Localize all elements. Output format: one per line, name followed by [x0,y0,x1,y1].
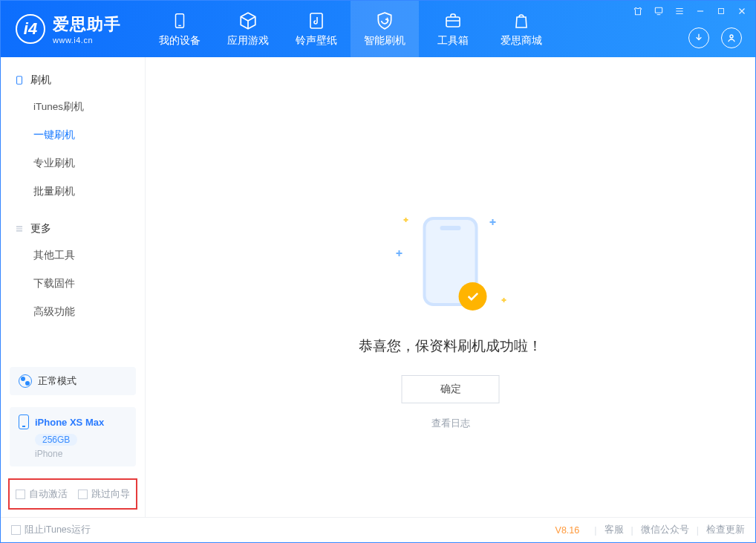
nav-label: 应用游戏 [227,34,269,48]
device-storage-badge: 256GB [35,434,77,446]
sidebar: 刷机 iTunes刷机 一键刷机 专业刷机 批量刷机 更多 其他工具 下载固件 … [1,57,146,517]
sidebar-group-title: 更多 [30,222,51,235]
sidebar-item-oneclick-flash[interactable]: 一键刷机 [1,121,145,149]
footer-link-wechat[interactable]: 微信公众号 [641,524,689,536]
window-controls [632,5,748,17]
logo-icon: i4 [16,14,45,44]
mode-status-icon [19,374,32,388]
sidebar-item-itunes-flash[interactable]: iTunes刷机 [1,93,145,121]
device-phone-icon [19,414,29,429]
check-label: 阻止iTunes运行 [25,524,91,536]
phone-success-illustration [423,217,478,306]
app-name: 爱思助手 [53,13,121,36]
check-label: 跳过向导 [91,487,130,501]
top-nav: 我的设备 应用游戏 铃声壁纸 智能刷机 工具箱 爱思商城 [146,1,555,57]
nav-store[interactable]: 爱思商城 [487,1,555,57]
nav-apps-games[interactable]: 应用游戏 [214,1,282,57]
sidebar-item-other-tools[interactable]: 其他工具 [1,241,145,270]
list-icon [14,224,25,234]
footer: 阻止iTunes运行 V8.16 | 客服 | 微信公众号 | 检查更新 [1,517,755,542]
check-label: 自动激活 [29,487,68,501]
checkbox-icon [11,525,21,535]
briefcase-icon [443,11,463,30]
nav-label: 智能刷机 [364,34,405,48]
phone-icon [169,11,190,30]
nav-label: 工具箱 [437,34,469,48]
checkbox-icon [16,490,25,499]
footer-link-support[interactable]: 客服 [605,524,624,536]
music-file-icon [306,11,327,30]
shield-refresh-icon [374,11,395,30]
sparkle-icon [502,298,506,302]
cube-icon [238,11,258,30]
bag-icon [511,11,532,30]
app-url: www.i4.cn [53,36,121,45]
user-icon[interactable] [721,27,742,48]
app-header: i4 爱思助手 www.i4.cn 我的设备 应用游戏 铃声壁纸 智能刷机 工具… [1,1,755,57]
sidebar-group-more: 更多 [1,216,145,241]
highlighted-checks: 自动激活 跳过向导 [8,478,137,510]
success-check-icon [459,282,487,310]
nav-label: 铃声壁纸 [296,34,337,48]
success-message: 恭喜您，保资料刷机成功啦！ [359,336,542,356]
svg-rect-6 [719,9,724,14]
check-block-itunes[interactable]: 阻止iTunes运行 [11,524,91,536]
device-type: iPhone [35,449,127,459]
header-right-icons [688,27,742,48]
check-auto-activate[interactable]: 自动激活 [16,487,68,501]
device-name: iPhone XS Max [35,417,104,428]
mode-label: 正常模式 [38,374,76,388]
svg-rect-5 [655,7,662,13]
sidebar-group-flash: 刷机 [1,68,145,93]
svg-rect-2 [310,13,322,28]
svg-rect-3 [446,17,460,27]
nav-label: 爱思商城 [501,34,542,48]
sidebar-item-batch-flash[interactable]: 批量刷机 [1,178,145,206]
download-icon[interactable] [688,27,709,48]
svg-rect-7 [17,77,22,85]
mode-card[interactable]: 正常模式 [10,367,136,395]
ok-button[interactable]: 确定 [402,375,500,403]
device-card[interactable]: iPhone XS Max 256GB iPhone [10,407,136,466]
maximize-icon[interactable] [715,5,727,17]
skin-icon[interactable] [632,5,644,17]
check-skip-guide[interactable]: 跳过向导 [78,487,130,501]
view-log-link[interactable]: 查看日志 [359,417,542,430]
minimize-icon[interactable] [694,5,706,17]
nav-ringtone-wallpaper[interactable]: 铃声壁纸 [282,1,351,57]
device-outline-icon [14,75,25,85]
sparkle-icon [404,218,408,222]
nav-toolbox[interactable]: 工具箱 [419,1,487,57]
checkbox-icon [78,490,88,499]
footer-link-update[interactable]: 检查更新 [706,524,745,536]
sidebar-item-download-firmware[interactable]: 下载固件 [1,270,145,298]
sparkle-icon [490,219,496,225]
version-label: V8.16 [555,525,580,536]
main-content: 恭喜您，保资料刷机成功啦！ 确定 查看日志 [146,57,755,517]
nav-label: 我的设备 [159,34,201,48]
menu-icon[interactable] [674,5,685,17]
nav-my-device[interactable]: 我的设备 [146,1,214,57]
sidebar-group-title: 刷机 [30,74,51,87]
sidebar-item-pro-flash[interactable]: 专业刷机 [1,149,145,178]
svg-point-4 [730,35,733,38]
feedback-icon[interactable] [653,5,665,17]
logo-block: i4 爱思助手 www.i4.cn [1,1,146,57]
sparkle-icon [397,250,403,256]
close-icon[interactable] [736,5,748,17]
sidebar-item-advanced[interactable]: 高级功能 [1,298,145,326]
nav-smart-flash[interactable]: 智能刷机 [351,1,419,57]
